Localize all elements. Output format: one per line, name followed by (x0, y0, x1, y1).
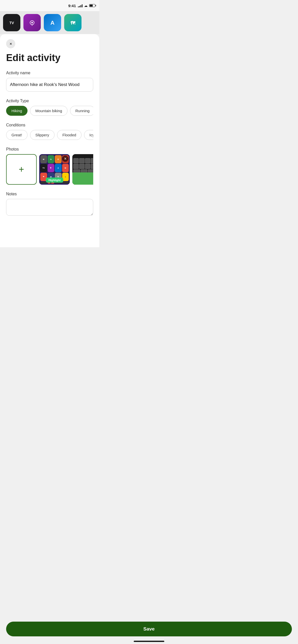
condition-great[interactable]: Great! (6, 130, 28, 140)
notes-section: Notes (6, 192, 93, 217)
close-icon: ✕ (9, 42, 12, 46)
notes-input[interactable] (6, 199, 93, 216)
add-photo-button[interactable]: + (6, 154, 37, 185)
activity-name-label: Activity name (6, 71, 93, 75)
app-icon-tv[interactable]: TV (3, 14, 20, 31)
status-bar: 9:41 ☁ (0, 0, 99, 11)
close-button[interactable]: ✕ (6, 39, 15, 48)
activity-type-section: Activity Type Hiking Mountain biking Run… (6, 99, 93, 116)
svg-text:TV: TV (9, 21, 14, 25)
activity-name-section: Activity name (6, 71, 93, 99)
condition-flooded[interactable]: Flooded (57, 130, 82, 140)
photos-label: Photos (6, 147, 93, 152)
status-time: 9:41 (68, 4, 76, 8)
app-icon-maps[interactable]: 🗺 (64, 14, 82, 31)
activity-type-chips: Hiking Mountain biking Running Road biki… (6, 106, 93, 116)
conditions-chips: Great! Slippery Flooded Icy Fee Pri (6, 130, 93, 140)
photos-row: + ✕ M N R R TV 🎙 A M ❤ W ⚙ I (6, 154, 93, 185)
signal-icon (78, 4, 83, 7)
svg-point-3 (31, 22, 33, 23)
green-cloth (72, 172, 93, 185)
conditions-label: Conditions (6, 123, 93, 127)
svg-text:🗺: 🗺 (71, 21, 75, 26)
dock-row: TV A 🗺 (0, 11, 99, 34)
battery-icon (89, 4, 95, 7)
condition-icy[interactable]: Icy (84, 130, 93, 140)
conditions-section: Conditions Great! Slippery Flooded Icy F… (6, 123, 93, 140)
app-icon-appstore[interactable]: A (44, 14, 61, 31)
photo-thumbnail-2: ✕ (72, 154, 93, 185)
wifi-icon: ☁ (84, 4, 88, 8)
photo-thumbnail-1: ✕ M N R R TV 🎙 A M ❤ W ⚙ I 📱 (39, 154, 70, 185)
photos-section: Photos + ✕ M N R R TV 🎙 A M (6, 147, 93, 185)
modal-sheet: ✕ Edit activity Activity name Activity T… (0, 34, 99, 247)
highlight-badge: Highlight (46, 178, 63, 183)
activity-name-input[interactable] (6, 78, 93, 92)
chip-mountain-biking[interactable]: Mountain biking (30, 106, 67, 116)
notes-label: Notes (6, 192, 93, 196)
plus-icon: + (19, 165, 24, 174)
remove-photo-1-button[interactable]: ✕ (62, 156, 68, 162)
status-icons: ☁ (78, 4, 95, 8)
condition-slippery[interactable]: Slippery (30, 130, 55, 140)
chip-running[interactable]: Running (70, 106, 93, 116)
keyboard-photo (72, 154, 93, 185)
page-title: Edit activity (6, 52, 93, 64)
app-icon-podcasts[interactable] (23, 14, 41, 31)
svg-text:A: A (50, 20, 55, 26)
activity-type-label: Activity Type (6, 99, 93, 103)
chip-hiking[interactable]: Hiking (6, 106, 28, 116)
